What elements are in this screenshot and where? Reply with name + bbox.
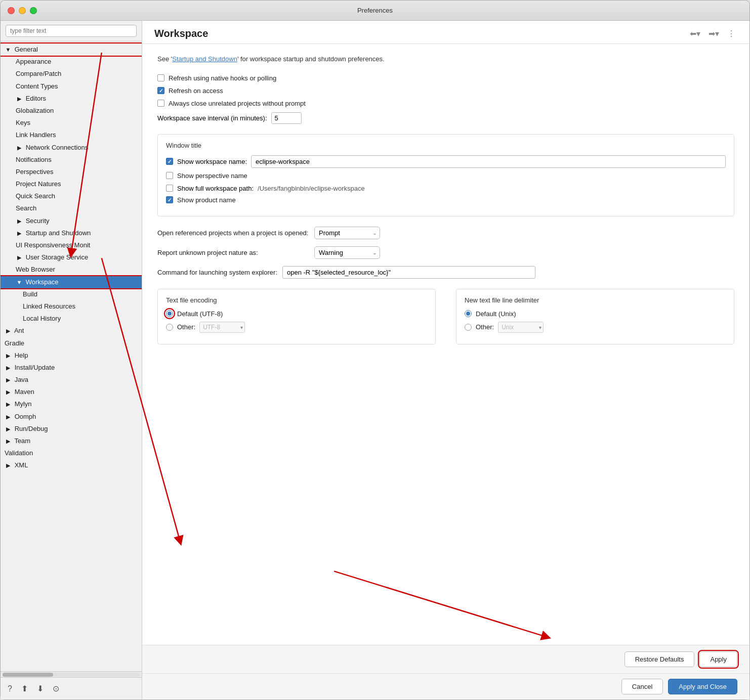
text-encoding-title: Text file encoding xyxy=(166,296,427,304)
export-icon[interactable]: ⬇ xyxy=(37,684,44,693)
scrollbar-thumb[interactable] xyxy=(3,673,53,677)
sidebar-item-local-history[interactable]: Local History xyxy=(1,313,142,325)
always-close-row: Always close unrelated projects without … xyxy=(157,100,734,107)
sidebar-item-notifications[interactable]: Notifications xyxy=(1,154,142,166)
expand-icon-general: ▼ xyxy=(5,46,12,54)
encoding-default-row: Default (UTF-8) xyxy=(166,310,427,318)
command-explorer-input[interactable] xyxy=(282,266,535,279)
sidebar-item-user-storage[interactable]: ▶ User Storage Service xyxy=(1,251,142,264)
sidebar-item-search[interactable]: Search xyxy=(1,202,142,214)
encoding-other-radio[interactable] xyxy=(166,324,173,331)
expand-icon-workspace: ▼ xyxy=(16,279,23,286)
show-workspace-name-checkbox[interactable] xyxy=(166,158,173,165)
refresh-native-label[interactable]: Refresh using native hooks or polling xyxy=(169,74,276,82)
refresh-access-checkbox[interactable] xyxy=(157,87,164,94)
line-delimiter-box: New text file line delimiter Default (Un… xyxy=(456,289,734,344)
delimiter-other-wrapper: Unix xyxy=(498,322,544,333)
info-link[interactable]: Startup and Shutdown xyxy=(172,55,237,63)
sidebar-item-validation[interactable]: Validation xyxy=(1,447,142,459)
delimiter-default-radio[interactable] xyxy=(465,310,472,317)
restore-defaults-button[interactable]: Restore Defaults xyxy=(624,651,695,667)
delimiter-other-radio[interactable] xyxy=(465,324,472,331)
sidebar-item-install-update[interactable]: ▶ Install/Update xyxy=(1,362,142,374)
refresh-access-label[interactable]: Refresh on access xyxy=(169,87,223,95)
sidebar-item-content-types[interactable]: Content Types xyxy=(1,80,142,93)
encoding-other-select[interactable]: UTF-8 xyxy=(199,322,245,333)
sidebar-item-team[interactable]: ▶ Team xyxy=(1,435,142,447)
save-interval-input[interactable] xyxy=(271,112,302,124)
open-referenced-select[interactable]: Prompt xyxy=(314,227,380,239)
sidebar-item-ant[interactable]: ▶ Ant xyxy=(1,325,142,337)
import-icon[interactable]: ⬆ xyxy=(21,684,28,693)
open-referenced-label: Open referenced projects when a project … xyxy=(157,229,309,237)
encoding-default-radio[interactable] xyxy=(166,310,173,317)
report-unknown-select[interactable]: Warning xyxy=(314,246,380,259)
menu-button[interactable]: ⋮ xyxy=(725,28,737,39)
refresh-native-checkbox[interactable] xyxy=(157,74,164,81)
show-product-checkbox[interactable] xyxy=(166,196,173,203)
expand-icon-security: ▶ xyxy=(16,217,23,225)
show-product-label[interactable]: Show product name xyxy=(177,196,236,204)
sidebar-item-ui-responsiveness[interactable]: UI Responsiveness Monit xyxy=(1,239,142,251)
sidebar-item-mylyn[interactable]: ▶ Mylyn xyxy=(1,398,142,410)
command-explorer-label: Command for launching system explorer: xyxy=(157,269,277,276)
window-title-section-label: Window title xyxy=(166,142,726,149)
forward-button[interactable]: ➡▾ xyxy=(706,28,721,39)
sidebar-item-appearance[interactable]: Appearance xyxy=(1,56,142,68)
text-encoding-box: Text file encoding Default (UTF-8) Other… xyxy=(157,289,436,344)
always-close-label[interactable]: Always close unrelated projects without … xyxy=(169,100,306,107)
expand-icon-run: ▶ xyxy=(5,425,12,433)
encoding-other-row: Other: UTF-8 xyxy=(166,322,427,333)
sidebar-item-oomph[interactable]: ▶ Oomph xyxy=(1,411,142,423)
show-perspective-checkbox[interactable] xyxy=(166,172,173,179)
scrollbar-track[interactable] xyxy=(3,673,140,677)
maximize-button[interactable] xyxy=(30,7,37,14)
sidebar-item-xml[interactable]: ▶ XML xyxy=(1,459,142,471)
sidebar-item-network-connections[interactable]: ▶ Network Connections xyxy=(1,142,142,154)
show-full-path-checkbox[interactable] xyxy=(166,185,173,192)
settings-icon[interactable]: ⊙ xyxy=(53,684,59,693)
sidebar-item-gradle[interactable]: Gradle xyxy=(1,337,142,349)
help-icon[interactable]: ? xyxy=(8,684,12,693)
sidebar-item-link-handlers[interactable]: Link Handlers xyxy=(1,129,142,141)
sidebar-item-startup-shutdown[interactable]: ▶ Startup and Shutdown xyxy=(1,227,142,239)
sidebar-item-help[interactable]: ▶ Help xyxy=(1,349,142,362)
sidebar-item-globalization[interactable]: Globalization xyxy=(1,105,142,117)
show-full-path-row: Show full workspace path: /Users/fangbin… xyxy=(166,185,726,192)
encoding-other-label: Other: xyxy=(177,323,195,331)
sidebar-item-editors[interactable]: ▶ Editors xyxy=(1,93,142,105)
workspace-name-input[interactable] xyxy=(251,155,726,168)
sidebar-item-maven[interactable]: ▶ Maven xyxy=(1,386,142,398)
sidebar-item-keys[interactable]: Keys xyxy=(1,117,142,129)
sidebar-item-run-debug[interactable]: ▶ Run/Debug xyxy=(1,423,142,435)
sidebar-item-web-browser[interactable]: Web Browser xyxy=(1,264,142,276)
apply-button[interactable]: Apply xyxy=(699,651,737,667)
sidebar-item-build[interactable]: Build xyxy=(1,288,142,300)
panel-title: Workspace xyxy=(154,28,208,39)
filter-input[interactable] xyxy=(6,25,137,37)
show-perspective-label[interactable]: Show perspective name xyxy=(177,172,247,180)
cancel-button[interactable]: Cancel xyxy=(621,679,663,694)
expand-icon-oomph: ▶ xyxy=(5,413,12,421)
sidebar-item-linked-resources[interactable]: Linked Resources xyxy=(1,300,142,313)
sidebar-item-project-natures[interactable]: Project Natures xyxy=(1,178,142,190)
apply-close-button[interactable]: Apply and Close xyxy=(668,679,737,694)
always-close-checkbox[interactable] xyxy=(157,100,164,107)
sidebar-item-java[interactable]: ▶ Java xyxy=(1,374,142,386)
sidebar-item-compare-patch[interactable]: Compare/Patch xyxy=(1,68,142,80)
sidebar: ▼ General Appearance Compare/Patch Conte… xyxy=(1,21,142,699)
minimize-button[interactable] xyxy=(19,7,26,14)
close-button[interactable] xyxy=(8,7,15,14)
show-workspace-name-row: Show workspace name: xyxy=(166,155,726,168)
line-delimiter-title: New text file line delimiter xyxy=(465,296,726,304)
open-referenced-row: Open referenced projects when a project … xyxy=(157,227,734,239)
expand-icon-ant: ▶ xyxy=(5,327,12,335)
sidebar-item-security[interactable]: ▶ Security xyxy=(1,215,142,227)
back-button[interactable]: ⬅▾ xyxy=(688,28,702,39)
expand-icon-mylyn: ▶ xyxy=(5,401,12,408)
sidebar-item-quick-search[interactable]: Quick Search xyxy=(1,190,142,202)
sidebar-item-perspectives[interactable]: Perspectives xyxy=(1,166,142,178)
sidebar-item-general[interactable]: ▼ General xyxy=(1,43,142,56)
sidebar-item-workspace[interactable]: ▼ Workspace xyxy=(1,276,142,288)
delimiter-other-select[interactable]: Unix xyxy=(498,322,544,333)
